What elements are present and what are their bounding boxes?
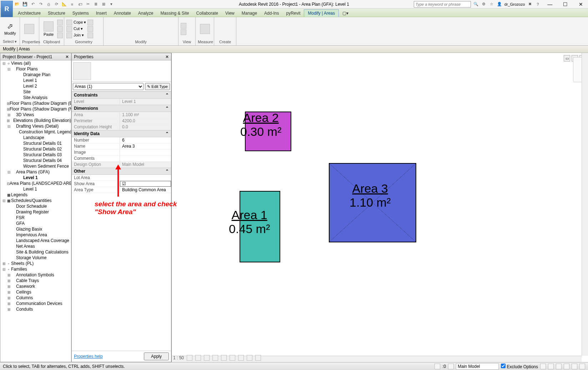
ribbon-tab-collaborate[interactable]: Collaborate [193, 10, 222, 17]
tree-item[interactable]: Site [0, 89, 71, 95]
ribbon-tab-pyrevit[interactable]: pyRevit [282, 10, 304, 17]
user-icon[interactable]: 👤 [497, 1, 502, 7]
move-icon[interactable] [106, 19, 114, 27]
properties-button[interactable] [22, 23, 36, 35]
tree-item[interactable]: ⊟▦Schedules/Quantities [0, 198, 71, 203]
print-icon[interactable]: ⎙ [46, 1, 51, 7]
project-browser-tree[interactable]: ⊟○Views (all)⊟Floor PlansDrainage PlanLe… [0, 60, 71, 362]
tree-item[interactable]: ▦Legends [0, 192, 71, 198]
tree-item[interactable]: ⊞3D Views [0, 112, 71, 118]
tree-item[interactable]: ⊞Casework [0, 283, 71, 289]
properties-close-icon[interactable]: ✕ [165, 54, 169, 59]
ribbon-tab-annotate[interactable]: Annotate [110, 10, 135, 17]
tree-item[interactable]: Door Scheadule [0, 203, 71, 209]
ribbon-tab-view[interactable]: View [222, 10, 238, 17]
offset-icon[interactable] [106, 31, 114, 39]
tree-item[interactable]: GFA [0, 221, 71, 226]
detail-level-icon[interactable] [187, 355, 192, 361]
measure-icon[interactable]: 📐 [61, 1, 67, 7]
tree-item[interactable]: Level 2 [0, 83, 71, 89]
tree-item[interactable]: ⊟Area Plans (LANDSCAPED AREAS [0, 181, 71, 186]
minimize-button[interactable]: — [543, 1, 557, 7]
properties-help-link[interactable]: Properties help [74, 354, 103, 359]
search-input[interactable] [414, 1, 471, 8]
create-button-1[interactable] [216, 24, 228, 34]
modify-tool-button[interactable]: ⬀Modify [2, 21, 18, 36]
array-icon[interactable] [159, 19, 167, 27]
app-logo[interactable]: R [1, 1, 13, 17]
tree-item[interactable]: Level 1 [0, 186, 71, 192]
geom-icon-3[interactable] [87, 33, 93, 38]
crop-region-icon[interactable] [238, 355, 244, 361]
undo-icon[interactable]: ↶ [30, 1, 36, 7]
tree-item[interactable]: ⊟○Views (all) [0, 60, 71, 66]
drag-elements-icon[interactable] [579, 364, 585, 369]
ribbon-tab-systems[interactable]: Systems [69, 10, 92, 17]
sync-icon[interactable]: ⟳ [54, 1, 59, 7]
tree-item[interactable]: ⊞Ceilings [0, 289, 71, 295]
align-icon[interactable]: ≡ [69, 1, 75, 7]
split-icon[interactable] [150, 19, 158, 27]
mirror-icon[interactable] [141, 19, 149, 27]
cut-geom-button[interactable]: Cut ▾ [66, 26, 86, 32]
editable-only-icon[interactable] [448, 364, 454, 369]
close-button[interactable]: ✕ [574, 1, 588, 7]
tree-item[interactable]: Glazing Basix [0, 226, 71, 232]
geom-icon-1[interactable] [87, 20, 93, 25]
tree-item[interactable]: ⊞Cable Trays [0, 278, 71, 283]
prop-lot-area[interactable]: Lot Area [72, 175, 171, 181]
tree-item[interactable]: Site & Building Calculations [0, 249, 71, 255]
rendering-icon[interactable] [221, 355, 227, 361]
tree-item[interactable]: FSR [0, 215, 71, 221]
pin-icon[interactable] [124, 31, 131, 39]
tree-item[interactable]: ⊞▫Sheets (PL) [0, 261, 71, 266]
vertical-scrollbar[interactable] [582, 53, 588, 356]
ribbon-tab-insert[interactable]: Insert [92, 10, 110, 17]
view-icon-2[interactable] [181, 29, 186, 35]
sun-path-icon[interactable] [204, 355, 210, 361]
prop-show-area[interactable]: Show Area☑ [72, 181, 171, 187]
view-scale[interactable]: 1 : 50 [173, 355, 184, 360]
type-selector[interactable]: Areas (1) [73, 83, 144, 90]
panel-select-label[interactable]: Select ▾ [2, 39, 17, 45]
select-underlay-icon[interactable] [556, 364, 562, 369]
tree-item[interactable]: Structural Details 01 [0, 140, 71, 146]
align-icon[interactable] [115, 31, 122, 39]
paste-button[interactable]: Paste [41, 21, 56, 37]
ribbon-tab-manage[interactable]: Manage [238, 10, 261, 17]
ribbon-overflow-button[interactable]: ▢▾ [339, 10, 352, 17]
prop-name[interactable]: NameArea 3 [72, 143, 171, 149]
ribbon-tab-analyze[interactable]: Analyze [135, 10, 157, 17]
filter-icon[interactable] [540, 364, 546, 369]
open-icon[interactable]: 📂 [14, 1, 20, 7]
tree-item[interactable]: ⊞Floor Plans (Shadow Diagram (E [0, 100, 71, 106]
scale-icon[interactable] [168, 19, 176, 27]
tree-item[interactable]: Structural Details 02 [0, 146, 71, 152]
tree-item[interactable]: Level 1 [0, 78, 71, 83]
group-constraints[interactable]: Constraints⌃ [72, 92, 171, 99]
select-pinned-icon[interactable] [564, 364, 569, 369]
ribbon-tab-structure[interactable]: Structure [44, 10, 69, 17]
ribbon-tab-add-ins[interactable]: Add-Ins [261, 10, 282, 17]
rotate-icon[interactable] [124, 19, 131, 27]
hide-isolate-icon[interactable] [247, 355, 252, 361]
tree-item[interactable]: Woven Sediment Fence [0, 163, 71, 169]
switch-window-icon[interactable]: ▾ [109, 1, 114, 7]
select-face-icon[interactable] [572, 364, 577, 369]
close-views-icon[interactable]: ⊞ [101, 1, 106, 7]
tree-item[interactable]: ⊞Elevations (Building Elevation) [0, 118, 71, 123]
drawing-canvas[interactable]: ▭ ▣ ✕ Area 2 0.30 m² Area 1 0.45 m² Area… [171, 53, 588, 362]
project-browser-close-icon[interactable]: ✕ [65, 54, 69, 59]
tree-item[interactable]: ⊞Conduits [0, 306, 71, 312]
tree-item[interactable]: Landscape [0, 135, 71, 140]
view-icon-1[interactable] [181, 23, 186, 29]
group-other[interactable]: Other⌃ [72, 168, 171, 175]
maximize-button[interactable]: ☐ [558, 1, 573, 7]
tree-item[interactable]: Drainage Plan [0, 72, 71, 78]
trim-icon[interactable] [132, 19, 140, 27]
prop-comments[interactable]: Comments [72, 156, 171, 162]
cut-button[interactable] [57, 20, 63, 25]
tree-item[interactable]: Impervious Area [0, 232, 71, 238]
worksets-icon[interactable] [434, 364, 440, 369]
subscribe-icon[interactable]: ⚙ [481, 1, 487, 7]
